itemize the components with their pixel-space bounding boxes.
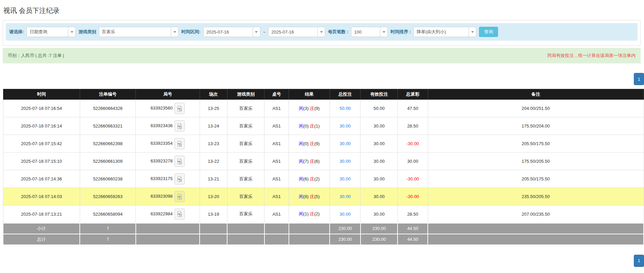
query-type-select[interactable]: 日期查询: [26, 27, 76, 37]
col-header: 游戏类别: [227, 89, 264, 100]
bet-id: 522660660238: [80, 170, 135, 188]
valid-bet: 30.00: [361, 135, 398, 153]
player-result: 闲: [299, 106, 303, 111]
table-number: AS1: [264, 117, 289, 135]
player-result: 闲: [299, 194, 303, 199]
video-replay-button[interactable]: [174, 156, 185, 167]
total-bet: 30.00: [330, 117, 361, 135]
summary-empty-cell: [289, 234, 330, 245]
total-bet-link[interactable]: 30.00: [339, 141, 351, 146]
chevron-down-icon: [171, 27, 178, 37]
remark: 235.50/205.50: [428, 188, 644, 206]
page-button-top[interactable]: 1: [634, 73, 644, 85]
player-score: (7): [303, 159, 309, 164]
video-replay-button[interactable]: [174, 209, 185, 220]
remark: 175.50/205.50: [428, 153, 644, 170]
payout: 28.50: [398, 206, 428, 223]
video-file-icon: [177, 193, 182, 200]
summary-empty-cell: [227, 223, 264, 234]
chevron-down-icon: [317, 27, 325, 37]
page-size-label: 每页笔数 :: [328, 29, 348, 35]
summary-empty-cell: [200, 234, 227, 245]
pagination-bottom: 1: [3, 255, 644, 267]
col-header: 总投注: [330, 89, 361, 100]
remark: 204.00/251.50: [428, 100, 644, 117]
table-number: AS1: [264, 135, 289, 153]
video-replay-button[interactable]: [174, 103, 185, 114]
banker-result: 庄: [310, 176, 314, 181]
bet-time: 2025-07-16 07:14:36: [3, 170, 80, 188]
round-id: 633923560: [150, 105, 172, 111]
table-number: AS1: [264, 153, 289, 170]
video-replay-button[interactable]: [174, 191, 185, 202]
table-body: 2025-07-16 07:16:54522660664326633923560…: [3, 100, 644, 245]
summary-empty-cell: [428, 223, 644, 234]
bet-time: 2025-07-16 07:15:42: [3, 135, 80, 153]
round-cell: 633923436: [136, 117, 200, 135]
search-button[interactable]: 查询: [479, 27, 498, 37]
summary-empty-cell: [227, 234, 264, 245]
date-from-input[interactable]: 2025-07-16: [203, 27, 260, 37]
game-type: 百家乐: [227, 117, 264, 135]
table-row: 2025-07-16 07:16:54522660664326633923560…: [3, 100, 644, 117]
banker-result: 庄: [310, 106, 314, 111]
page-size-select[interactable]: 100: [351, 27, 388, 37]
sort-select[interactable]: 降幂(由大到小): [413, 27, 476, 37]
result: 闲(0) 庄(9): [289, 135, 330, 153]
total-row: 总计7230.00230.0044.50: [3, 234, 644, 245]
total-bet-link[interactable]: 30.00: [339, 212, 351, 217]
summary-empty-cell: [200, 223, 227, 234]
col-header: 备注: [428, 89, 644, 100]
game-type-label: 游戏类别: [78, 29, 96, 35]
result: 闲(3) 庄(9): [289, 100, 330, 117]
video-replay-button[interactable]: [174, 173, 185, 184]
page-button-bottom[interactable]: 1: [634, 255, 644, 267]
chevron-down-icon: [253, 27, 260, 37]
summary-empty-cell: [136, 223, 200, 234]
page-title: 视讯 会员下注纪录: [3, 6, 644, 15]
remark: 207.00/235.50: [428, 206, 644, 223]
total-bet-link[interactable]: 50.00: [339, 106, 351, 111]
chevron-down-icon: [68, 27, 75, 37]
col-header: 有效投注: [361, 89, 398, 100]
table-row: 2025-07-16 07:15:10522660661309633923278…: [3, 153, 644, 170]
table-number: AS1: [264, 188, 289, 206]
result: 闲(6) 庄(2): [289, 170, 330, 188]
game-type: 百家乐: [227, 206, 264, 223]
player-result: 闲: [299, 159, 303, 164]
table-row: 2025-07-16 07:16:14522660663321633923436…: [3, 117, 644, 135]
video-file-icon: [177, 105, 182, 112]
session: 13-23: [200, 135, 227, 153]
payout: 30.00: [398, 153, 428, 170]
bet-id: 522660659263: [80, 188, 135, 206]
summary-payout: 44.50: [398, 223, 428, 234]
video-file-icon: [177, 123, 182, 130]
sort-value: 降幂(由大到小): [414, 29, 468, 35]
banker-result: 庄: [310, 211, 314, 216]
total-bet-link[interactable]: 30.00: [339, 123, 351, 129]
round-cell: 633922984: [136, 206, 200, 223]
total-bet-link[interactable]: 30.00: [339, 159, 351, 164]
total-bet: 50.00: [330, 100, 361, 117]
bet-table: 时间注单编号局号场次游戏类别桌号结果总投注有效投注总派彩备注 2025-07-1…: [3, 89, 644, 245]
total-bet-link[interactable]: 30.00: [339, 176, 351, 181]
video-file-icon: [177, 158, 182, 165]
summary-empty-cell: [428, 234, 644, 245]
valid-bet: 30.00: [361, 153, 398, 170]
chevron-down-icon: [380, 27, 387, 37]
date-to-input[interactable]: 2025-07-16: [268, 27, 325, 37]
col-header: 局号: [136, 89, 200, 100]
banker-score: (9): [314, 106, 320, 111]
video-replay-button[interactable]: [174, 120, 185, 132]
summary-label: 小计: [3, 223, 80, 234]
valid-bet: 30.00: [361, 206, 398, 223]
bet-id: 522660661309: [80, 153, 135, 170]
bet-time: 2025-07-16 07:16:14: [3, 117, 80, 135]
game-type-value: 百家乐: [99, 29, 171, 35]
video-replay-button[interactable]: [174, 138, 185, 149]
payout: -30.00: [398, 188, 428, 206]
round-cell: 633923560: [136, 100, 200, 117]
total-bet-link[interactable]: 30.00: [339, 194, 351, 199]
game-type-select[interactable]: 百家乐: [99, 27, 179, 37]
chevron-down-icon: [468, 27, 476, 37]
